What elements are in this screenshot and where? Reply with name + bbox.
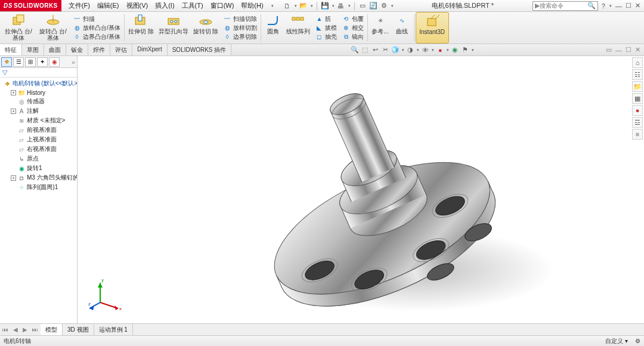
extrude-cut-button[interactable]: 拉伸切 除 xyxy=(126,12,156,44)
tree-node-3[interactable]: ≋材质 <未指定> xyxy=(0,116,77,125)
options-icon[interactable]: ⚙ xyxy=(380,2,388,10)
filter-row[interactable]: ▽ xyxy=(0,68,77,78)
home-icon[interactable]: ⌂ xyxy=(632,57,643,68)
expand-icon[interactable] xyxy=(11,128,16,133)
mirror-button[interactable]: ⧉镜向 xyxy=(342,33,364,41)
config-tab[interactable]: ⊞ xyxy=(25,57,36,67)
menu-tools[interactable]: 工具(T) xyxy=(178,0,207,11)
rib-button[interactable]: ▲筋 xyxy=(315,15,337,23)
display-drop[interactable]: ▾ xyxy=(417,48,419,52)
expand-icon[interactable] xyxy=(11,147,16,152)
tree-root[interactable]: ❖ 电机6转轴 (默认<<默认>_显 xyxy=(0,79,77,88)
expand-icon[interactable]: + xyxy=(11,175,16,181)
save-icon[interactable]: 💾 xyxy=(321,2,329,10)
curves-button[interactable]: ∿曲线 xyxy=(391,12,413,44)
tab-weld[interactable]: 焊件 xyxy=(88,44,110,55)
tree-node-9[interactable]: +◘M3 六角凹头螺钉的柱形沉 xyxy=(0,173,77,183)
zoom-area-icon[interactable]: ⬚ xyxy=(361,46,369,54)
appear-drop[interactable]: ▾ xyxy=(447,48,449,52)
revolve-boss-button[interactable]: 旋转凸 台/基体 xyxy=(36,12,70,44)
tree-node-6[interactable]: ▱右视基准面 xyxy=(0,144,77,154)
bottom-tab-motion[interactable]: 运动算例 1 xyxy=(94,324,133,336)
menu-insert[interactable]: 插入(I) xyxy=(151,0,178,11)
boundary-button[interactable]: ◊边界凸台/基体 xyxy=(73,33,120,41)
tree-node-2[interactable]: +A注解 xyxy=(0,106,77,116)
menu-window[interactable]: 窗口(W) xyxy=(207,0,238,11)
tab-sketch[interactable]: 草图 xyxy=(22,44,44,55)
scene-icon[interactable]: ◉ xyxy=(451,46,459,54)
resources-icon[interactable]: ☷ xyxy=(632,69,643,80)
help-icon[interactable]: ? xyxy=(602,2,605,10)
linear-pattern-button[interactable]: 线性阵列 xyxy=(284,12,312,44)
open-drop[interactable]: ▾ xyxy=(311,4,313,8)
doc-max-icon[interactable]: ☐ xyxy=(626,46,631,54)
maximize-icon[interactable]: ☐ xyxy=(626,2,631,10)
instant3d-button[interactable]: Instant3D xyxy=(416,12,449,44)
tab-sheet[interactable]: 钣金 xyxy=(66,44,88,55)
orient-drop[interactable]: ▾ xyxy=(402,48,404,52)
expand-icon[interactable] xyxy=(11,118,16,123)
expand-icon[interactable] xyxy=(11,156,16,162)
view-settings-icon[interactable]: ⚑ xyxy=(461,46,469,54)
hide-show-icon[interactable]: 👁 xyxy=(421,46,429,54)
tab-evaluate[interactable]: 评估 xyxy=(110,44,132,55)
search-input[interactable] xyxy=(540,2,581,9)
expand-icon[interactable]: + xyxy=(11,109,16,114)
print-icon[interactable]: 🖶 xyxy=(337,2,345,10)
print-drop[interactable]: ▾ xyxy=(348,4,351,8)
property-tab[interactable]: ☰ xyxy=(13,57,24,67)
tab-addins[interactable]: SOLIDWORKS 插件 xyxy=(168,44,232,55)
zoom-fit-icon[interactable]: 🔍 xyxy=(351,46,359,54)
vs-drop[interactable]: ▾ xyxy=(472,48,474,52)
save-drop[interactable]: ▾ xyxy=(332,4,335,8)
rebuild-icon[interactable]: 🔄 xyxy=(369,2,377,10)
prev-view-icon[interactable]: ↩ xyxy=(371,46,379,54)
sweep-cut-button[interactable]: 〰扫描切除 xyxy=(223,15,257,23)
tab-features[interactable]: 特征 xyxy=(0,44,22,55)
extrude-boss-button[interactable]: 拉伸凸 台/基体 xyxy=(1,12,36,44)
tree-node-8[interactable]: ◉旋转1 xyxy=(0,163,77,173)
doc-close-icon[interactable]: ✕ xyxy=(635,46,640,54)
section-view-icon[interactable]: ✂ xyxy=(381,46,389,54)
fillet-button[interactable]: 圆角 xyxy=(262,12,284,44)
display-style-icon[interactable]: ◑ xyxy=(406,46,414,54)
open-icon[interactable]: 📂 xyxy=(299,2,308,10)
expand-icon[interactable] xyxy=(11,99,16,104)
wrap-button[interactable]: ⟲包覆 xyxy=(342,15,364,23)
menu-overflow-icon[interactable]: ▾ xyxy=(268,2,277,10)
tab-nav-first-icon[interactable]: ⏮ xyxy=(0,326,11,333)
expand-icon[interactable]: + xyxy=(11,90,16,95)
properties-icon[interactable]: ☲ xyxy=(632,117,643,128)
feature-tree-tab[interactable]: ❖ xyxy=(1,57,12,67)
display-tab[interactable]: ◉ xyxy=(49,57,60,67)
help-drop[interactable]: ▾ xyxy=(609,4,612,8)
tree-node-1[interactable]: ◎传感器 xyxy=(0,97,77,106)
expand-icon[interactable] xyxy=(11,137,16,143)
bottom-tab-model[interactable]: 模型 xyxy=(41,324,63,336)
tab-surface[interactable]: 曲面 xyxy=(44,44,66,55)
new-icon[interactable]: 🗋 xyxy=(283,2,292,10)
boundary-cut-button[interactable]: ◊边界切除 xyxy=(223,33,257,41)
library-icon[interactable]: 📁 xyxy=(632,81,643,92)
hole-wizard-button[interactable]: 异型孔向导 xyxy=(156,12,191,44)
panel-collapse-icon[interactable]: » xyxy=(72,58,77,66)
search-box[interactable]: ▶ 🔍 xyxy=(532,1,598,11)
ref-geom-button[interactable]: ✳参考... xyxy=(369,12,391,44)
close-icon[interactable]: ✕ xyxy=(635,2,640,10)
menu-view[interactable]: 视图(V) xyxy=(123,0,152,11)
expand-icon[interactable] xyxy=(11,166,16,171)
menu-help[interactable]: 帮助(H) xyxy=(237,0,267,11)
menu-edit[interactable]: 编辑(E) xyxy=(94,0,123,11)
loft-button[interactable]: ◍放样凸台/基体 xyxy=(73,24,120,32)
hide-drop[interactable]: ▾ xyxy=(432,48,434,52)
minimize-icon[interactable]: — xyxy=(615,2,622,10)
view-palette-icon[interactable]: ▦ xyxy=(632,93,643,104)
tree-node-7[interactable]: ↳原点 xyxy=(0,154,77,163)
status-cog-icon[interactable]: ⚙ xyxy=(635,338,640,344)
intersect-button[interactable]: ⊗相交 xyxy=(342,24,364,32)
view-orient-icon[interactable]: 🧊 xyxy=(391,46,400,54)
tree-node-0[interactable]: +📁History xyxy=(0,88,77,97)
appearances-icon[interactable]: ● xyxy=(632,105,643,116)
tree-node-5[interactable]: ▱上视基准面 xyxy=(0,135,77,144)
tab-nav-next-icon[interactable]: ▶ xyxy=(20,326,30,333)
